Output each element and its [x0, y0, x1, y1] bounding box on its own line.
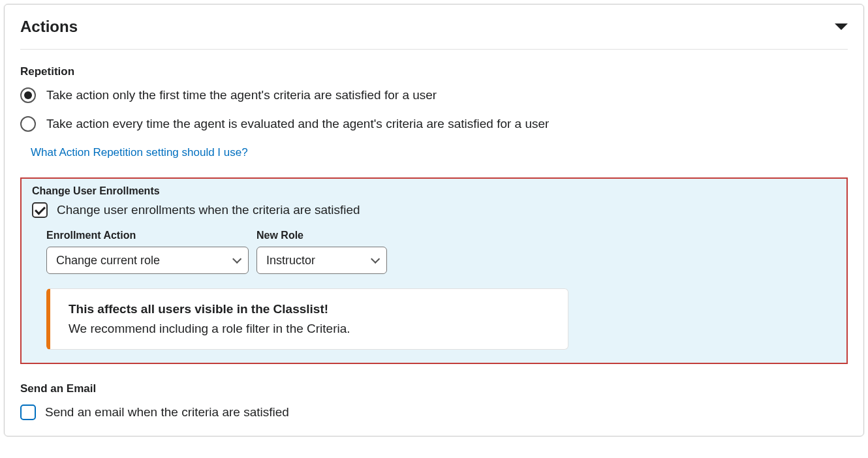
- checkbox-icon: [32, 202, 48, 218]
- panel-title: Actions: [20, 18, 78, 36]
- chevron-down-icon: [371, 254, 380, 264]
- actions-panel: Actions Repetition Take action only the …: [4, 4, 864, 436]
- enrollment-action-group: Enrollment Action Change current role: [46, 230, 249, 274]
- radio-icon: [20, 87, 36, 103]
- new-role-label: New Role: [256, 230, 387, 241]
- alert-title: This affects all users visible in the Cl…: [69, 302, 550, 316]
- select-value: Instructor: [266, 254, 315, 267]
- change-enrollments-section: Change User Enrollments Change user enro…: [20, 177, 848, 364]
- repetition-help-link[interactable]: What Action Repetition setting should I …: [31, 146, 248, 159]
- checkbox-label: Change user enrollments when the criteri…: [57, 203, 360, 217]
- send-email-section: Send an Email Send an email when the cri…: [20, 382, 848, 420]
- enrollment-selects: Enrollment Action Change current role Ne…: [46, 230, 836, 274]
- collapse-chevron-icon[interactable]: [835, 23, 848, 30]
- enrollment-action-select[interactable]: Change current role: [46, 247, 249, 274]
- select-value: Change current role: [56, 254, 160, 267]
- repetition-label: Repetition: [20, 65, 848, 78]
- radio-label: Take action every time the agent is eval…: [46, 117, 549, 131]
- radio-icon: [20, 116, 36, 132]
- checkbox-label: Send an email when the criteria are sati…: [45, 405, 289, 420]
- repetition-option-first-time[interactable]: Take action only the first time the agen…: [20, 87, 848, 103]
- repetition-option-every-time[interactable]: Take action every time the agent is eval…: [20, 116, 848, 132]
- new-role-select[interactable]: Instructor: [256, 247, 387, 274]
- chevron-down-icon: [232, 254, 241, 264]
- enrollments-section-label: Change User Enrollments: [32, 185, 836, 197]
- alert-text: We recommend including a role filter in …: [69, 322, 550, 336]
- new-role-group: New Role Instructor: [256, 230, 387, 274]
- repetition-radio-group: Take action only the first time the agen…: [20, 87, 848, 159]
- radio-label: Take action only the first time the agen…: [46, 88, 437, 102]
- panel-header: Actions: [20, 18, 848, 50]
- email-section-label: Send an Email: [20, 382, 848, 395]
- checkbox-icon: [20, 405, 36, 420]
- enrollment-warning-alert: This affects all users visible in the Cl…: [46, 288, 568, 350]
- email-checkbox-row[interactable]: Send an email when the criteria are sati…: [20, 405, 848, 420]
- enrollments-checkbox-row[interactable]: Change user enrollments when the criteri…: [32, 202, 836, 218]
- enrollment-action-label: Enrollment Action: [46, 230, 249, 241]
